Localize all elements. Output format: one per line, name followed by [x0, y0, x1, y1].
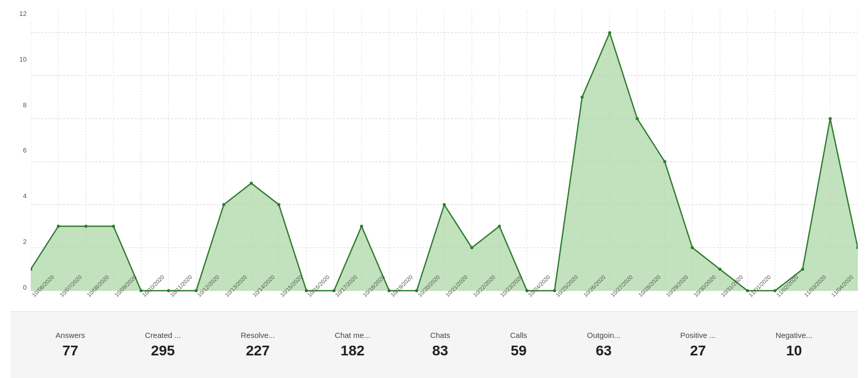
svg-point-53 — [443, 203, 446, 206]
svg-point-40 — [84, 224, 87, 228]
legend-item-value: 83 — [432, 343, 448, 359]
y-axis-label: 8 — [23, 102, 27, 108]
y-axis-label: 4 — [23, 193, 27, 199]
svg-point-50 — [360, 224, 363, 228]
legend-item: Calls59 — [510, 331, 527, 359]
legend-bar: Answers77Created ...295Resolve...227Chat… — [10, 311, 858, 378]
svg-point-58 — [581, 96, 584, 99]
legend-item-label: Created ... — [145, 331, 181, 339]
legend-item: Chats83 — [430, 331, 450, 359]
svg-point-54 — [470, 246, 474, 249]
legend-item: Resolve...227 — [241, 331, 275, 359]
svg-point-67 — [828, 117, 832, 120]
legend-item-value: 182 — [341, 343, 365, 359]
chart-area: 121086420 10/06/202010/07/202010/08/2020… — [10, 10, 858, 311]
chart-container: 121086420 10/06/202010/07/202010/08/2020… — [0, 0, 868, 378]
svg-point-59 — [608, 31, 611, 34]
svg-point-41 — [112, 224, 115, 228]
y-axis-label: 6 — [23, 147, 27, 154]
y-axis-label: 0 — [23, 284, 27, 291]
legend-item-label: Answers — [55, 331, 85, 339]
y-axis-label: 12 — [19, 10, 27, 17]
svg-point-66 — [801, 268, 804, 271]
legend-item-label: Chats — [430, 331, 450, 339]
legend-item-value: 227 — [246, 343, 270, 359]
x-axis: 10/06/202010/07/202010/08/202010/09/2020… — [31, 291, 858, 311]
area-chart — [31, 10, 858, 311]
legend-item-value: 59 — [510, 343, 526, 359]
legend-item: Negative...10 — [776, 331, 813, 359]
svg-point-45 — [222, 203, 225, 206]
svg-point-55 — [498, 224, 501, 228]
svg-point-46 — [250, 182, 253, 185]
legend-item-label: Positive ... — [680, 331, 716, 339]
legend-item-value: 77 — [63, 343, 78, 359]
svg-point-63 — [718, 268, 721, 271]
svg-point-47 — [278, 203, 281, 206]
legend-item: Positive ...27 — [680, 331, 716, 359]
legend-item-value: 27 — [690, 343, 706, 359]
chart-inner: 10/06/202010/07/202010/08/202010/09/2020… — [31, 10, 858, 311]
legend-item-label: Chat me... — [335, 331, 370, 339]
svg-point-39 — [57, 224, 60, 228]
legend-item: Answers77 — [55, 331, 85, 359]
legend-item-label: Outgoin... — [587, 331, 620, 339]
legend-item: Created ...295 — [145, 331, 181, 359]
svg-point-60 — [636, 117, 639, 120]
svg-point-62 — [691, 246, 694, 249]
y-axis-label: 10 — [19, 56, 27, 63]
legend-item-label: Resolve... — [241, 331, 275, 339]
y-axis-label: 2 — [23, 238, 27, 245]
legend-item: Chat me...182 — [335, 331, 370, 359]
legend-item: Outgoin...63 — [587, 331, 620, 359]
legend-item-value: 10 — [786, 343, 802, 359]
legend-item-label: Negative... — [776, 331, 813, 339]
legend-item-value: 295 — [151, 343, 175, 359]
svg-point-61 — [663, 160, 666, 163]
y-axis: 121086420 — [10, 10, 31, 311]
legend-item-label: Calls — [510, 331, 527, 339]
legend-item-value: 63 — [596, 343, 611, 359]
